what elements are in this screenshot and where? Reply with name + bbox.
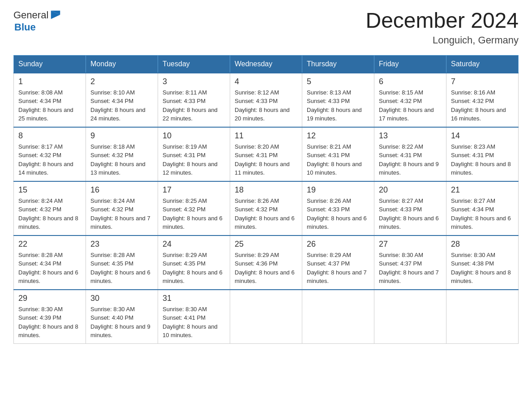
day-number: 28 xyxy=(451,240,514,249)
table-row: 1 Sunrise: 8:08 AM Sunset: 4:34 PM Dayli… xyxy=(14,73,86,127)
day-info: Sunrise: 8:26 AM Sunset: 4:33 PM Dayligh… xyxy=(307,197,369,231)
table-row xyxy=(230,290,302,344)
day-number: 7 xyxy=(451,77,514,86)
table-row: 11 Sunrise: 8:20 AM Sunset: 4:31 PM Dayl… xyxy=(230,127,302,181)
day-number: 20 xyxy=(379,185,442,195)
table-row: 2 Sunrise: 8:10 AM Sunset: 4:34 PM Dayli… xyxy=(86,73,158,127)
day-number: 17 xyxy=(163,185,225,195)
day-info: Sunrise: 8:19 AM Sunset: 4:31 PM Dayligh… xyxy=(163,142,225,177)
day-info: Sunrise: 8:30 AM Sunset: 4:40 PM Dayligh… xyxy=(90,305,153,340)
day-info: Sunrise: 8:10 AM Sunset: 4:34 PM Dayligh… xyxy=(90,88,153,123)
table-row: 16 Sunrise: 8:24 AM Sunset: 4:32 PM Dayl… xyxy=(86,181,158,235)
day-number: 6 xyxy=(379,77,442,86)
day-info: Sunrise: 8:20 AM Sunset: 4:31 PM Dayligh… xyxy=(235,142,297,177)
page-header: General Blue December 2024 Longuich, Ger… xyxy=(13,9,519,46)
day-info: Sunrise: 8:24 AM Sunset: 4:32 PM Dayligh… xyxy=(90,197,153,231)
table-row: 6 Sunrise: 8:15 AM Sunset: 4:32 PM Dayli… xyxy=(374,73,446,127)
calendar-table: Sunday Monday Tuesday Wednesday Thursday… xyxy=(13,55,519,344)
col-monday: Monday xyxy=(86,55,158,73)
day-number: 12 xyxy=(307,131,369,141)
logo-text-general: General xyxy=(13,9,48,21)
day-number: 24 xyxy=(163,240,225,249)
table-row: 10 Sunrise: 8:19 AM Sunset: 4:31 PM Dayl… xyxy=(158,127,230,181)
col-wednesday: Wednesday xyxy=(230,55,302,73)
day-number: 14 xyxy=(451,131,514,141)
day-info: Sunrise: 8:25 AM Sunset: 4:32 PM Dayligh… xyxy=(163,197,225,231)
col-friday: Friday xyxy=(374,55,446,73)
day-number: 21 xyxy=(451,185,514,195)
col-sunday: Sunday xyxy=(14,55,86,73)
table-row: 13 Sunrise: 8:22 AM Sunset: 4:31 PM Dayl… xyxy=(374,127,446,181)
logo: General Blue xyxy=(13,9,62,33)
day-number: 3 xyxy=(163,77,225,86)
day-info: Sunrise: 8:13 AM Sunset: 4:33 PM Dayligh… xyxy=(307,88,369,123)
day-number: 18 xyxy=(235,185,297,195)
table-row xyxy=(374,290,446,344)
month-title: December 2024 xyxy=(365,9,519,33)
day-info: Sunrise: 8:28 AM Sunset: 4:34 PM Dayligh… xyxy=(18,251,81,286)
col-thursday: Thursday xyxy=(302,55,374,73)
day-number: 4 xyxy=(235,77,297,86)
table-row xyxy=(302,290,374,344)
day-info: Sunrise: 8:23 AM Sunset: 4:31 PM Dayligh… xyxy=(451,142,514,177)
table-row: 20 Sunrise: 8:27 AM Sunset: 4:33 PM Dayl… xyxy=(374,181,446,235)
day-number: 13 xyxy=(379,131,442,141)
day-number: 15 xyxy=(18,185,81,195)
logo-icon xyxy=(49,9,62,21)
table-row: 31 Sunrise: 8:30 AM Sunset: 4:41 PM Dayl… xyxy=(158,290,230,344)
day-number: 2 xyxy=(90,77,153,86)
table-row: 14 Sunrise: 8:23 AM Sunset: 4:31 PM Dayl… xyxy=(446,127,519,181)
day-info: Sunrise: 8:30 AM Sunset: 4:38 PM Dayligh… xyxy=(451,251,514,286)
table-row: 24 Sunrise: 8:29 AM Sunset: 4:35 PM Dayl… xyxy=(158,235,230,290)
day-number: 10 xyxy=(163,131,225,141)
table-row: 21 Sunrise: 8:27 AM Sunset: 4:34 PM Dayl… xyxy=(446,181,519,235)
calendar-week-row: 22 Sunrise: 8:28 AM Sunset: 4:34 PM Dayl… xyxy=(14,235,519,290)
day-info: Sunrise: 8:22 AM Sunset: 4:31 PM Dayligh… xyxy=(379,142,442,177)
logo-text-blue: Blue xyxy=(14,21,36,33)
day-info: Sunrise: 8:27 AM Sunset: 4:34 PM Dayligh… xyxy=(451,197,514,231)
day-info: Sunrise: 8:16 AM Sunset: 4:32 PM Dayligh… xyxy=(451,88,514,123)
day-info: Sunrise: 8:30 AM Sunset: 4:39 PM Dayligh… xyxy=(18,305,81,340)
col-tuesday: Tuesday xyxy=(158,55,230,73)
table-row: 18 Sunrise: 8:26 AM Sunset: 4:32 PM Dayl… xyxy=(230,181,302,235)
day-info: Sunrise: 8:26 AM Sunset: 4:32 PM Dayligh… xyxy=(235,197,297,231)
calendar-header-row: Sunday Monday Tuesday Wednesday Thursday… xyxy=(14,55,519,73)
day-number: 29 xyxy=(18,294,81,303)
day-number: 22 xyxy=(18,240,81,249)
col-saturday: Saturday xyxy=(446,55,519,73)
day-info: Sunrise: 8:21 AM Sunset: 4:31 PM Dayligh… xyxy=(307,142,369,177)
table-row: 8 Sunrise: 8:17 AM Sunset: 4:32 PM Dayli… xyxy=(14,127,86,181)
day-info: Sunrise: 8:08 AM Sunset: 4:34 PM Dayligh… xyxy=(18,88,81,123)
table-row: 12 Sunrise: 8:21 AM Sunset: 4:31 PM Dayl… xyxy=(302,127,374,181)
day-number: 19 xyxy=(307,185,369,195)
table-row: 27 Sunrise: 8:30 AM Sunset: 4:37 PM Dayl… xyxy=(374,235,446,290)
table-row: 29 Sunrise: 8:30 AM Sunset: 4:39 PM Dayl… xyxy=(14,290,86,344)
day-info: Sunrise: 8:24 AM Sunset: 4:32 PM Dayligh… xyxy=(18,197,81,231)
table-row: 4 Sunrise: 8:12 AM Sunset: 4:33 PM Dayli… xyxy=(230,73,302,127)
table-row: 26 Sunrise: 8:29 AM Sunset: 4:37 PM Dayl… xyxy=(302,235,374,290)
day-info: Sunrise: 8:29 AM Sunset: 4:37 PM Dayligh… xyxy=(307,251,369,286)
day-info: Sunrise: 8:15 AM Sunset: 4:32 PM Dayligh… xyxy=(379,88,442,123)
table-row: 7 Sunrise: 8:16 AM Sunset: 4:32 PM Dayli… xyxy=(446,73,519,127)
table-row: 5 Sunrise: 8:13 AM Sunset: 4:33 PM Dayli… xyxy=(302,73,374,127)
table-row: 22 Sunrise: 8:28 AM Sunset: 4:34 PM Dayl… xyxy=(14,235,86,290)
calendar-week-row: 1 Sunrise: 8:08 AM Sunset: 4:34 PM Dayli… xyxy=(14,73,519,127)
calendar-week-row: 15 Sunrise: 8:24 AM Sunset: 4:32 PM Dayl… xyxy=(14,181,519,235)
day-number: 16 xyxy=(90,185,153,195)
table-row xyxy=(446,290,519,344)
day-info: Sunrise: 8:11 AM Sunset: 4:33 PM Dayligh… xyxy=(163,88,225,123)
day-number: 8 xyxy=(18,131,81,141)
day-number: 30 xyxy=(90,294,153,303)
day-number: 31 xyxy=(163,294,225,303)
day-number: 5 xyxy=(307,77,369,86)
day-info: Sunrise: 8:29 AM Sunset: 4:35 PM Dayligh… xyxy=(163,251,225,286)
table-row: 25 Sunrise: 8:29 AM Sunset: 4:36 PM Dayl… xyxy=(230,235,302,290)
day-number: 23 xyxy=(90,240,153,249)
day-number: 25 xyxy=(235,240,297,249)
title-area: December 2024 Longuich, Germany xyxy=(365,9,519,46)
table-row: 28 Sunrise: 8:30 AM Sunset: 4:38 PM Dayl… xyxy=(446,235,519,290)
table-row: 15 Sunrise: 8:24 AM Sunset: 4:32 PM Dayl… xyxy=(14,181,86,235)
day-info: Sunrise: 8:29 AM Sunset: 4:36 PM Dayligh… xyxy=(235,251,297,286)
day-info: Sunrise: 8:18 AM Sunset: 4:32 PM Dayligh… xyxy=(90,142,153,177)
day-number: 26 xyxy=(307,240,369,249)
